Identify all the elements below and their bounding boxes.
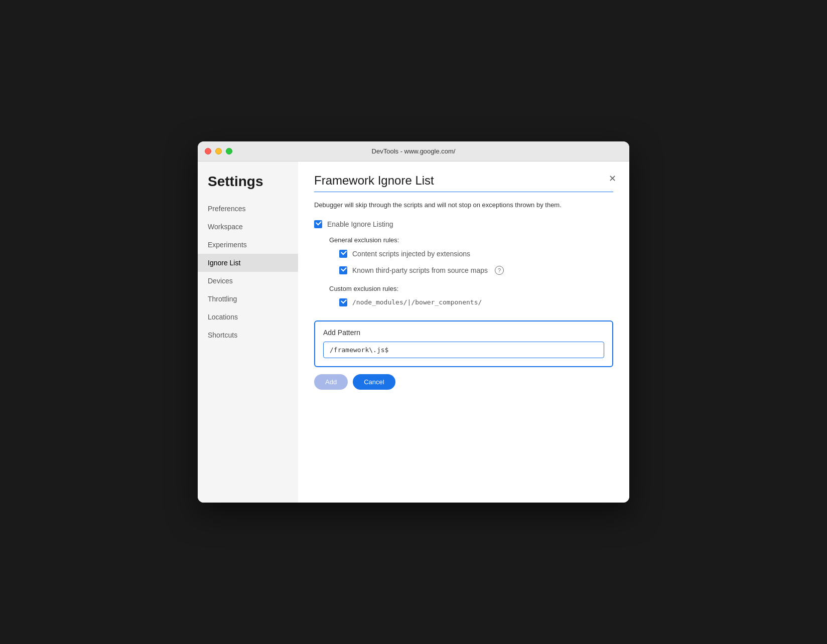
main-panel: ✕ Framework Ignore List Debugger will sk… (298, 162, 629, 503)
cancel-button[interactable]: Cancel (353, 374, 395, 390)
add-pattern-box: Add Pattern (314, 320, 613, 367)
minimize-traffic-light[interactable] (215, 148, 222, 154)
close-traffic-light[interactable] (205, 148, 211, 154)
general-exclusion-section: General exclusion rules: Content scripts… (329, 236, 613, 306)
node-modules-checkbox[interactable] (339, 298, 347, 306)
enable-ignore-listing-row: Enable Ignore Listing (314, 220, 613, 228)
sidebar-item-shortcuts[interactable]: Shortcuts (198, 326, 298, 344)
third-party-scripts-row: Known third-party scripts from source ma… (339, 266, 613, 275)
sidebar-item-workspace[interactable]: Workspace (198, 218, 298, 236)
enable-ignore-listing-checkbox[interactable] (314, 220, 322, 228)
sidebar-heading: Settings (198, 174, 298, 200)
sidebar-item-throttling[interactable]: Throttling (198, 290, 298, 308)
custom-exclusion-label: Custom exclusion rules: (329, 285, 613, 292)
fullscreen-traffic-light[interactable] (226, 148, 232, 154)
page-title: Framework Ignore List (314, 174, 613, 188)
third-party-scripts-checkbox[interactable] (339, 266, 347, 274)
content-scripts-row: Content scripts injected by extensions (339, 250, 613, 258)
pattern-input[interactable] (323, 342, 604, 358)
node-modules-label[interactable]: /node_modules/|/bower_components/ (352, 298, 482, 306)
close-icon: ✕ (609, 173, 616, 184)
section-divider (314, 192, 613, 192)
sidebar-item-ignore-list[interactable]: Ignore List (198, 254, 298, 272)
close-button[interactable]: ✕ (605, 172, 619, 186)
add-button[interactable]: Add (314, 374, 348, 390)
sidebar-item-devices[interactable]: Devices (198, 272, 298, 290)
titlebar-title: DevTools - www.google.com/ (372, 147, 456, 155)
content-scripts-label[interactable]: Content scripts injected by extensions (352, 250, 470, 258)
sidebar: Settings Preferences Workspace Experimen… (198, 162, 298, 503)
third-party-scripts-label[interactable]: Known third-party scripts from source ma… (352, 266, 488, 274)
add-pattern-label: Add Pattern (323, 329, 604, 337)
devtools-window: DevTools - www.google.com/ Settings Pref… (198, 141, 629, 503)
custom-rules-group: /node_modules/|/bower_components/ (339, 298, 613, 306)
titlebar: DevTools - www.google.com/ (198, 141, 629, 162)
general-exclusion-label: General exclusion rules: (329, 236, 613, 244)
window-body: Settings Preferences Workspace Experimen… (198, 162, 629, 503)
general-rules-group: Content scripts injected by extensions K… (339, 250, 613, 275)
help-icon[interactable]: ? (495, 266, 504, 275)
enable-ignore-listing-label[interactable]: Enable Ignore Listing (327, 220, 393, 228)
sidebar-item-preferences[interactable]: Preferences (198, 200, 298, 218)
sidebar-item-locations[interactable]: Locations (198, 308, 298, 326)
content-scripts-checkbox[interactable] (339, 250, 347, 258)
section-description: Debugger will skip through the scripts a… (314, 200, 613, 210)
sidebar-item-experiments[interactable]: Experiments (198, 236, 298, 254)
node-modules-row: /node_modules/|/bower_components/ (339, 298, 613, 306)
traffic-lights (205, 148, 232, 154)
action-buttons: Add Cancel (314, 374, 613, 390)
